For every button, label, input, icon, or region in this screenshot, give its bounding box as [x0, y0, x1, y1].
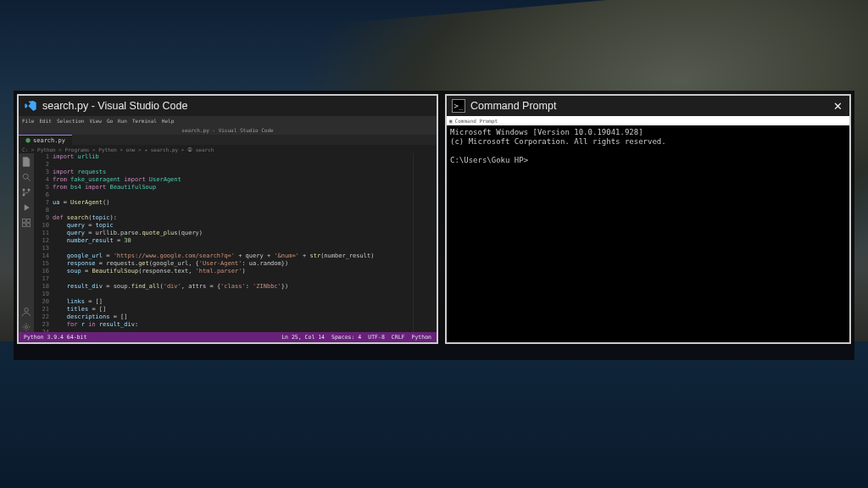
svg-point-1 [23, 189, 25, 191]
vscode-activity-bar[interactable] [19, 153, 34, 332]
menu-edit[interactable]: Edit [39, 118, 51, 124]
status-item[interactable]: UTF-8 [368, 334, 385, 341]
vscode-tab-label: search.py [33, 137, 65, 144]
task-view-strip: search.py - Visual Studio Code FileEditS… [14, 91, 854, 360]
minimap[interactable] [413, 153, 437, 332]
status-item[interactable]: Ln 25, Col 14 [281, 334, 325, 341]
account-icon[interactable] [21, 307, 31, 317]
svg-rect-6 [23, 224, 26, 227]
menu-run[interactable]: Run [118, 118, 127, 124]
cmd-small-icon: ▣ [449, 118, 453, 124]
code-area[interactable]: import urllibimport requestsfrom fake_us… [53, 153, 413, 332]
taskview-thumb-cmd[interactable]: >_ Command Prompt ✕ ▣ Command Prompt Mic… [445, 94, 851, 344]
svg-rect-5 [27, 219, 31, 223]
svg-rect-7 [27, 224, 31, 227]
cmd-icon: >_ [452, 99, 465, 113]
gear-icon[interactable] [21, 322, 31, 332]
vscode-icon [24, 99, 37, 113]
status-python-version[interactable]: Python 3.9.4 64-bit [24, 334, 86, 341]
menu-view[interactable]: View [89, 118, 101, 124]
vscode-window: FileEditSelectionViewGoRunTerminalHelp s… [19, 116, 437, 342]
thumb-title: Command Prompt [470, 100, 556, 112]
debug-icon[interactable] [21, 202, 31, 213]
search-icon[interactable] [21, 172, 31, 182]
desktop-wallpaper-water [0, 341, 868, 488]
vscode-titlebar: search.py - Visual Studio Code [19, 125, 437, 135]
svg-point-8 [25, 308, 29, 313]
close-icon[interactable]: ✕ [831, 99, 844, 113]
status-item[interactable]: Spaces: 4 [331, 334, 361, 341]
menu-selection[interactable]: Selection [57, 118, 85, 124]
menu-go[interactable]: Go [107, 118, 113, 124]
python-file-icon: ⬢ [25, 137, 31, 144]
menu-help[interactable]: Help [162, 118, 174, 124]
status-item[interactable]: CRLF [392, 334, 405, 341]
svg-rect-4 [23, 219, 26, 223]
vscode-statusbar[interactable]: Python 3.9.4 64-bit Ln 25, Col 14Spaces:… [19, 332, 437, 342]
thumb-header: >_ Command Prompt ✕ [447, 96, 849, 116]
extensions-icon[interactable] [21, 218, 31, 228]
vscode-editor[interactable]: 1234567891011121314151617181920212223242… [34, 153, 437, 332]
svg-point-0 [23, 174, 28, 179]
line-number-gutter: 1234567891011121314151617181920212223242… [34, 153, 53, 332]
svg-point-9 [25, 326, 28, 329]
branch-icon[interactable] [21, 187, 31, 197]
taskview-thumb-vscode[interactable]: search.py - Visual Studio Code FileEditS… [17, 94, 438, 344]
cmd-window: ▣ Command Prompt Microsoft Windows [Vers… [447, 116, 849, 342]
svg-point-2 [28, 189, 31, 191]
menu-file[interactable]: File [22, 118, 34, 124]
vscode-tabs[interactable]: ⬢ search.py [19, 135, 437, 145]
thumb-header: search.py - Visual Studio Code [19, 96, 437, 116]
vscode-menubar[interactable]: FileEditSelectionViewGoRunTerminalHelp [19, 116, 437, 125]
cmd-inner-title-text: Command Prompt [455, 118, 498, 124]
vscode-breadcrumb-text: C: > Python > Programs > Python > one > … [22, 147, 214, 152]
status-item[interactable]: Python [412, 334, 431, 341]
menu-terminal[interactable]: Terminal [132, 118, 157, 124]
vscode-breadcrumb[interactable]: C: > Python > Programs > Python > one > … [19, 145, 437, 153]
files-icon[interactable] [21, 157, 31, 167]
thumb-title: search.py - Visual Studio Code [42, 100, 187, 112]
cmd-inner-titlebar: ▣ Command Prompt [447, 116, 849, 125]
vscode-tab-searchpy[interactable]: ⬢ search.py [19, 135, 72, 145]
vscode-titlebar-text: search.py - Visual Studio Code [181, 127, 273, 133]
cmd-output[interactable]: Microsoft Windows [Version 10.0.19041.92… [447, 125, 849, 168]
